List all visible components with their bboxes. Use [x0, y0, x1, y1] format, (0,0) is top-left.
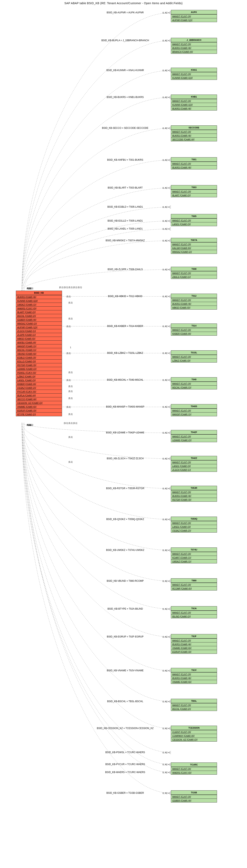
edge-label: BSID_KB-KKBER = T014-KKBER [107, 325, 143, 328]
entity-field: BUKRS [CHAR (4)] [16, 295, 62, 299]
edge-label: 0..N [163, 518, 167, 521]
entity-field: BUKRS [CHAR (4)] [171, 46, 217, 50]
entity-header: TBSL [171, 699, 217, 703]
entity-field: KKBER [CHAR (4)] [171, 332, 217, 336]
entity-field: AUFNR [CHAR (12)] [171, 18, 217, 22]
edge-label: 0..N [163, 432, 167, 434]
edge-label: {0,1} [69, 302, 73, 304]
edge-label: {0,1} {0,1} {0,1} [64, 422, 77, 424]
entity-field: PYCUR [CUKY (5)] [16, 390, 62, 393]
entity-field: CLIENT [CLNT (3)] [171, 730, 217, 734]
entity-j_1bbranch: J_1BBRANCHMANDT [CLNT (3)]BUKRS [CHAR (4… [171, 38, 217, 54]
erd-canvas: SAP ABAP table BSID_KB {RE: Tenant Accou… [0, 0, 247, 868]
edge-label: {0,1} [27, 287, 31, 289]
entity-field: SECCODE [CHAR (4)] [171, 137, 217, 141]
entity-header: TGSB [171, 790, 217, 795]
entity-header: T003 [171, 185, 217, 189]
entity-field: MWSKZ [CHAR (2)] [16, 321, 62, 325]
edge-label: BSID_KB-ANFBU = T001-BUKRS [107, 158, 143, 161]
edge-label: {0,1} [27, 424, 31, 426]
entity-header: T8JV [171, 668, 217, 672]
entity-field: KUNNR [CHAR (10)] [171, 103, 217, 106]
edge-label: 0..N [163, 295, 167, 298]
entity-field: KUNNR [CHAR (10)] [171, 76, 217, 80]
entity-field: MANDT [CLNT (3)] [171, 583, 217, 587]
entity-field: VNAME [CHAR (6)] [171, 646, 217, 650]
entity-field: MANDT [CLNT (3)] [171, 130, 217, 133]
entity-field: MANDT [CLNT (3)] [171, 298, 217, 302]
edge-label: {0,1} [67, 352, 71, 354]
entity-field: MANDT [CLNT (3)] [171, 189, 217, 193]
entity-field: MWSKZ [CHAR (2)] [171, 250, 217, 254]
entity-tcurc: TCURCMANDT [CLNT (3)]WAERS [CUKY (5)] [171, 763, 217, 775]
entity-t074u: T074UMANDT [CLNT (3)]KOART [CHAR (1)]UMS… [171, 548, 217, 563]
entity-field: MANDT [CLNT (3)] [171, 552, 217, 556]
entity-t040: T040MANDT [CLNT (3)]MSCHL [CHAR (1)] [171, 377, 217, 390]
page-title: SAP ABAP table BSID_KB {RE: Tenant Accou… [0, 2, 247, 5]
entity-header: SECCODE [171, 126, 217, 130]
edge-label: 0..N [163, 379, 167, 381]
edge-label: BSID_KB-LANDL = T005-LAND1 [108, 227, 143, 230]
entity-field: MANDT [CLNT (3)] [171, 162, 217, 165]
edge-label: BSID_KB-CESSION_KZ = TCESSION-CESSION_KZ [97, 727, 153, 730]
entity-t005: T005MANDT [CLNT (3)]LAND1 [CHAR (3)] [171, 214, 217, 226]
entity-field: MSCHL [CHAR (1)] [16, 348, 62, 352]
entity-field: MANDT [CLNT (3)] [171, 434, 217, 438]
entity-field: BUKRS [CHAR (4)] [171, 106, 217, 110]
edge-label: BSID_KB-MWSKZ = T007A-MWSKZ [106, 239, 145, 242]
edge-label: 0..N [163, 325, 167, 328]
edge-label: BSID_KB-HBKID = T012-HBKID [108, 295, 142, 298]
entity-field: PSWSL [CUKY (5)] [16, 371, 62, 374]
edge-label: {0,1} [69, 436, 73, 438]
entity-field: MANDT [CLNT (3)] [171, 42, 217, 46]
entity-field: MANDT [CLNT (3)] [171, 218, 217, 222]
entity-t008: T008MANDT [CLNT (3)]ZAHLS [CHAR (1)] [171, 267, 217, 279]
edge-label: {0,1} [69, 397, 73, 399]
entity-header: KNA1 [171, 68, 217, 72]
entity-field: LZBKZ [CHAR (3)] [16, 374, 62, 378]
entity-field: BTYPE [CHAR (2)] [16, 412, 62, 416]
edge-label: BSID_KB-MSCHL = T040-MSCHL [107, 378, 143, 381]
entity-t053r: T053RMANDT [CLNT (3)]BUKRS [CHAR (4)]RST… [171, 486, 217, 502]
entity-t042z: T042ZMANDT [CLNT (3)]LAND1 [CHAR (3)]ZLS… [171, 456, 217, 472]
entity-header: BSID_KB [16, 291, 62, 295]
entity-t8jv: T8JVMANDT [CLNT (3)]BUKRS [CHAR (4)]VNAM… [171, 668, 217, 684]
edge-label: 0..N [163, 159, 167, 161]
entity-header: T008 [171, 267, 217, 271]
entity-t042f: T042FMANDT [CLNT (3)]UZAWE [CHAR (2)] [171, 430, 217, 442]
edge-label: BSID_KB-KUNNR = KNA1-KUNNR [106, 69, 144, 72]
edge-label: 1 [70, 346, 71, 349]
entity-field: MANDT [CLNT (3)] [171, 72, 217, 76]
edge-label: 0..N [163, 670, 167, 672]
edge-label: 0..N [163, 701, 167, 703]
entity-field: BUKRS [CHAR (4)] [171, 302, 217, 306]
entity-t007a: T007AMANDT [CLNT (3)]KALSM [CHAR (6)]MWS… [171, 238, 217, 254]
edge-label: 0..N [163, 458, 167, 460]
entity-field: VNAME [CHAR (6)] [16, 405, 62, 408]
entity-field: LAND1 [CHAR (3)] [171, 525, 217, 529]
edge-label: {0,1} [67, 325, 71, 328]
entity-field: BUKRS [CHAR (4)] [171, 494, 217, 498]
entity-t8jf: T8JFMANDT [CLNT (3)]BUKRS [CHAR (4)]VNAM… [171, 634, 217, 654]
edge-label: BSID_KB-EGBLD = T005-LAND1 [107, 206, 143, 208]
edge-label: BSID_KB-RSTGR = T053R-RSTGR [106, 487, 144, 490]
entity-field: ZAHLS [CHAR (1)] [171, 275, 217, 279]
edge-label: BSID_KB-LZBKZ = T015L-LZBKZ [107, 351, 143, 354]
entity-field: BRANCH [CHAR (4)] [171, 50, 217, 54]
entity-header: T880 [171, 579, 217, 583]
edge-label: BSID_KB-BLART = T003-BLART [108, 186, 143, 189]
edge-label: 0..N [163, 751, 167, 754]
edge-label: 0..N [163, 352, 167, 354]
entity-field: KALSM [CHAR (6)] [171, 246, 217, 250]
entity-field: HBKID [CHAR (5)] [171, 306, 217, 309]
edge-label: 0..N [163, 549, 167, 552]
entity-header: T001 [171, 157, 217, 162]
entity-field: MANDT [CLNT (3)] [171, 795, 217, 799]
entity-t003: T003MANDT [CLNT (3)]BLART [CHAR (2)] [171, 185, 217, 197]
entity-field: BUKRS [CHAR (4)] [171, 642, 217, 646]
entity-header: T074U [171, 548, 217, 552]
entity-field: BUKRS [CHAR (4)] [171, 165, 217, 169]
entity-header: T014 [171, 324, 217, 328]
entity-field: UMSKZ [CHAR (1)] [171, 559, 217, 563]
entity-field: CESSION_KZ [CHAR (2)] [16, 401, 62, 405]
